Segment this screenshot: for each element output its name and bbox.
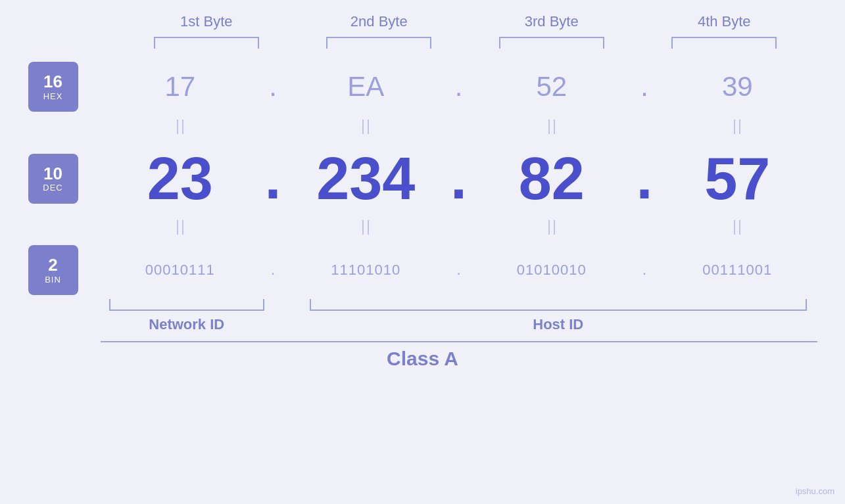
equals-1-3 [472, 120, 632, 137]
equals-2-4 [658, 220, 817, 237]
bin-cell-2: 11101010 [286, 262, 446, 279]
bin-row: 2 BIN 00010111 . 11101010 . [28, 245, 817, 295]
hex-data: 17 . EA . 52 . [101, 71, 817, 103]
equals-data-1 [101, 112, 817, 145]
equals-2-2 [286, 220, 446, 237]
bottom-brackets-row: Network ID Host ID [28, 299, 817, 333]
hex-badge-col: 16 HEX [28, 62, 101, 112]
equals-row-1 [28, 112, 817, 145]
equals-1-4 [658, 120, 817, 137]
class-row: Class A [28, 341, 817, 370]
dec-values-row: 23 . 234 . 82 . [101, 145, 817, 212]
bin-values-row: 00010111 . 11101010 . 01010010 [101, 262, 817, 279]
network-id-label: Network ID [149, 316, 224, 333]
hex-dot-2: . [446, 71, 472, 103]
bottom-bracket-data: Network ID Host ID [101, 299, 817, 333]
top-brackets [120, 37, 811, 49]
network-bracket-line [109, 299, 264, 311]
top-bracket-1 [120, 37, 293, 49]
byte-headers: 1st Byte 2nd Byte 3rd Byte 4th Byte [120, 13, 811, 30]
dec-cell-3: 82 [472, 149, 632, 208]
host-id-label: Host ID [533, 316, 583, 333]
top-bracket-2 [293, 37, 466, 49]
hex-dot-1: . [260, 71, 286, 103]
equals-1-2 [286, 120, 446, 137]
bin-data: 00010111 . 11101010 . 01010010 [101, 262, 817, 279]
dec-row: 10 DEC 23 . 234 . [28, 145, 817, 212]
byte-header-2: 2nd Byte [293, 13, 466, 30]
top-bracket-3 [466, 37, 639, 49]
equals-row-2 [28, 212, 817, 245]
bin-badge: 2 BIN [28, 245, 78, 295]
equals-2-3 [472, 220, 632, 237]
dec-dot-2: . [446, 145, 472, 212]
bin-cell-3: 01010010 [472, 262, 632, 279]
dec-data: 23 . 234 . 82 . [101, 145, 817, 212]
hex-cell-2: EA [286, 71, 446, 103]
content-wrapper: 16 HEX 17 . EA . [28, 62, 817, 370]
byte-header-4: 4th Byte [638, 13, 811, 30]
host-id-bracket: Host ID [299, 299, 817, 333]
dec-cell-4: 57 [658, 149, 817, 208]
dec-cell-1: 23 [101, 149, 260, 208]
hex-dot-3: . [631, 71, 658, 103]
bin-cell-1: 00010111 [101, 262, 260, 279]
bin-badge-col: 2 BIN [28, 245, 101, 295]
dec-dot-1: . [260, 145, 286, 212]
bin-dot-3: . [631, 262, 658, 279]
hex-badge: 16 HEX [28, 62, 78, 112]
bin-dot-2: . [446, 262, 472, 279]
main-container: 1st Byte 2nd Byte 3rd Byte 4th Byte 16 H… [0, 0, 845, 504]
dec-cell-2: 234 [286, 149, 446, 208]
watermark: ipshu.com [796, 486, 834, 496]
byte-header-1: 1st Byte [120, 13, 293, 30]
dec-badge-col: 10 DEC [28, 154, 101, 204]
hex-values-row: 17 . EA . 52 . [101, 71, 817, 103]
network-id-bracket: Network ID [101, 299, 274, 333]
byte-header-3: 3rd Byte [466, 13, 639, 30]
equals-1-1 [101, 120, 260, 137]
hex-cell-3: 52 [472, 71, 632, 103]
equals-data-2 [101, 212, 817, 245]
dec-badge: 10 DEC [28, 154, 78, 204]
bin-cell-4: 00111001 [658, 262, 817, 279]
hex-row: 16 HEX 17 . EA . [28, 62, 817, 112]
bin-dot-1: . [260, 262, 286, 279]
equals-2-1 [101, 220, 260, 237]
hex-cell-4: 39 [658, 71, 817, 103]
top-bracket-4 [638, 37, 811, 49]
hex-cell-1: 17 [101, 71, 260, 103]
class-bracket-line [101, 341, 817, 342]
dec-dot-3: . [631, 145, 658, 212]
host-bracket-line [310, 299, 807, 311]
class-label: Class A [28, 348, 817, 370]
